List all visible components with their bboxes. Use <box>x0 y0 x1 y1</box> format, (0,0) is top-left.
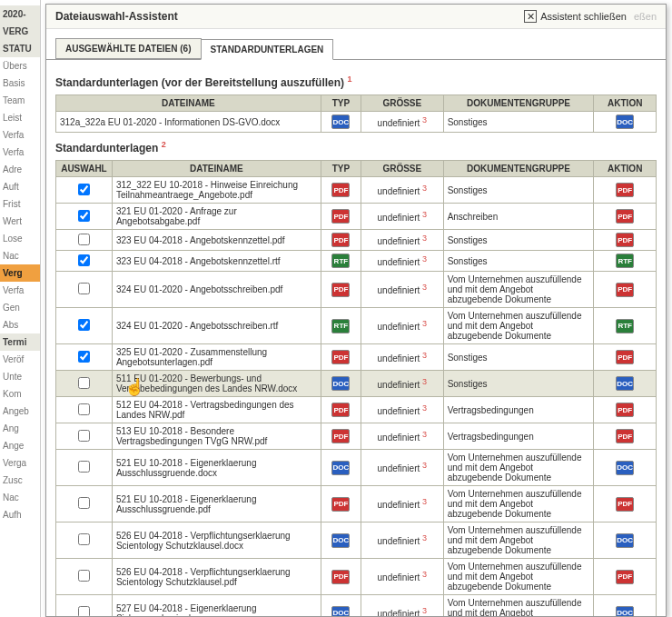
doc-group: Sonstiges <box>443 177 594 204</box>
table-row: 521 EU 10-2018 - Eigenerklaerung Ausschl… <box>56 450 657 486</box>
action-cell: PDF <box>594 272 657 308</box>
pdf-icon: PDF <box>331 350 350 364</box>
bg-text-fragment: eßen <box>634 11 657 22</box>
std-docs-table: AUSWAHL DATEINAME TYP GRÖSSE DOKUMENTENG… <box>55 160 657 616</box>
doc-group: Vom Unternehmen auszufüllende und mit de… <box>443 308 594 344</box>
download-rtf-button[interactable]: RTF <box>616 319 634 333</box>
action-cell: PDF <box>594 423 657 450</box>
download-doc-button[interactable]: DOC <box>616 114 634 129</box>
download-pdf-button[interactable]: PDF <box>616 497 634 512</box>
row-checkbox[interactable] <box>78 254 90 266</box>
download-doc-button[interactable]: DOC <box>616 376 634 391</box>
action-cell: PDF <box>594 344 657 371</box>
action-cell: PDF <box>594 204 657 230</box>
file-name: 312a_322a EU 01-2020 - Informationen DS-… <box>56 112 321 133</box>
download-pdf-button[interactable]: PDF <box>616 209 634 224</box>
file-name: 521 EU 10-2018 - Eigenerklaerung Ausschl… <box>112 450 321 486</box>
download-pdf-button[interactable]: PDF <box>616 570 634 584</box>
download-pdf-button[interactable]: PDF <box>616 403 634 417</box>
pdf-icon: PDF <box>331 233 350 247</box>
file-type: PDF <box>321 230 361 251</box>
row-checkbox[interactable] <box>78 403 90 415</box>
action-cell: PDF <box>594 559 657 595</box>
table-row: 323 EU 04-2018 - Angebotskennzettel.pdfP… <box>56 230 657 251</box>
row-checkbox[interactable] <box>78 351 90 363</box>
table-row: 512 EU 04-2018 - Vertragsbedingungen des… <box>56 397 657 423</box>
file-size: undefiniert 3 <box>361 450 444 486</box>
download-doc-button[interactable]: DOC <box>616 606 634 617</box>
action-cell: PDF <box>594 486 657 522</box>
file-name: 323 EU 04-2018 - Angebotskennzettel.pdf <box>112 230 321 251</box>
row-checkbox[interactable] <box>78 283 90 294</box>
download-doc-button[interactable]: DOC <box>616 461 634 475</box>
file-type: RTF <box>321 308 361 344</box>
row-checkbox[interactable] <box>78 533 90 545</box>
download-pdf-button[interactable]: PDF <box>616 350 634 364</box>
file-size: undefiniert 3 <box>361 308 444 344</box>
doc-group: Sonstiges <box>443 251 594 272</box>
th-name: DATEINAME <box>112 161 321 177</box>
download-doc-button[interactable]: DOC <box>616 533 634 548</box>
pdf-icon: PDF <box>331 403 350 417</box>
download-pdf-button[interactable]: PDF <box>616 429 634 443</box>
doc-group: Sonstiges <box>443 112 594 133</box>
row-checkbox[interactable] <box>78 184 90 195</box>
file-name: 325 EU 01-2020 - Zusammenstellung Angebo… <box>112 344 321 371</box>
close-wizard-button[interactable]: ✕ Assistent schließen <box>524 10 627 23</box>
file-type: PDF <box>321 423 361 450</box>
file-type: PDF <box>321 559 361 595</box>
th-name: DATEINAME <box>56 95 321 112</box>
file-size: undefiniert 3 <box>361 251 444 272</box>
background-sidebar: 2020-VERGSTATUÜbersBasisTeamLeistVerfaVe… <box>0 0 41 617</box>
download-pdf-button[interactable]: PDF <box>616 183 634 197</box>
table-row: 527 EU 04-2018 - Eigenerklaerung Sicheru… <box>56 595 657 617</box>
file-size: undefiniert 3 <box>361 423 444 450</box>
doc-group: Vertragsbedingungen <box>443 397 594 423</box>
row-checkbox[interactable] <box>78 461 90 473</box>
action-cell: DOC <box>594 450 657 486</box>
action-cell: PDF <box>594 177 657 204</box>
file-name: 527 EU 04-2018 - Eigenerklaerung Sicheru… <box>112 595 321 617</box>
file-type: RTF <box>321 251 361 272</box>
row-checkbox[interactable] <box>78 497 90 509</box>
download-rtf-button[interactable]: RTF <box>616 254 634 268</box>
file-name: 513 EU 10-2018 - Besondere Vertragsbedin… <box>112 423 321 450</box>
table-row: 312_322 EU 10-2018 - Hinweise Einreichun… <box>56 177 657 204</box>
th-akt: AKTION <box>594 161 657 177</box>
file-type: PDF <box>321 204 361 230</box>
download-pdf-button[interactable]: PDF <box>616 283 634 297</box>
rtf-icon: RTF <box>331 254 350 268</box>
pdf-icon: PDF <box>331 429 350 443</box>
action-cell: PDF <box>594 230 657 251</box>
file-type: DOC <box>321 522 361 559</box>
file-name: 312_322 EU 10-2018 - Hinweise Einreichun… <box>112 177 321 204</box>
tab-standard-docs[interactable]: STANDARDUNTERLAGEN <box>201 39 334 60</box>
file-name: 526 EU 04-2018 - Verpflichtungserklaerun… <box>112 559 321 595</box>
download-pdf-button[interactable]: PDF <box>616 233 634 247</box>
pdf-icon: PDF <box>331 209 350 224</box>
row-checkbox[interactable] <box>78 570 90 582</box>
row-checkbox[interactable] <box>78 430 90 442</box>
section1-title: Standardunterlagen (vor der Bereitstellu… <box>55 75 657 89</box>
rtf-icon: RTF <box>331 319 350 333</box>
pdf-icon: PDF <box>331 283 350 297</box>
row-checkbox[interactable] <box>78 377 90 389</box>
modal-title: Dateiauswahl-Assistent <box>55 10 178 23</box>
row-checkbox[interactable] <box>78 319 90 331</box>
close-label: Assistent schließen <box>540 11 627 22</box>
row-checkbox[interactable] <box>78 210 90 222</box>
doc-group: Sonstiges <box>443 371 594 397</box>
file-type: DOC <box>321 371 361 397</box>
row-checkbox[interactable] <box>78 234 90 245</box>
th-typ: TYP <box>321 161 361 177</box>
file-selection-wizard-modal: Dateiauswahl-Assistent ✕ Assistent schli… <box>45 4 667 617</box>
file-size: undefiniert 3 <box>361 344 444 371</box>
file-size: undefiniert 3 <box>361 397 444 423</box>
table-row: 312a_322a EU 01-2020 - Informationen DS-… <box>56 112 657 133</box>
tab-selected-files[interactable]: AUSGEWÄHLTE DATEIEN (6) <box>55 38 202 59</box>
table-row: 526 EU 04-2018 - Verpflichtungserklaerun… <box>56 522 657 559</box>
file-size: undefiniert 3 <box>361 272 444 308</box>
doc-group: Sonstiges <box>443 230 594 251</box>
doc-icon: DOC <box>331 533 350 548</box>
row-checkbox[interactable] <box>78 606 90 616</box>
